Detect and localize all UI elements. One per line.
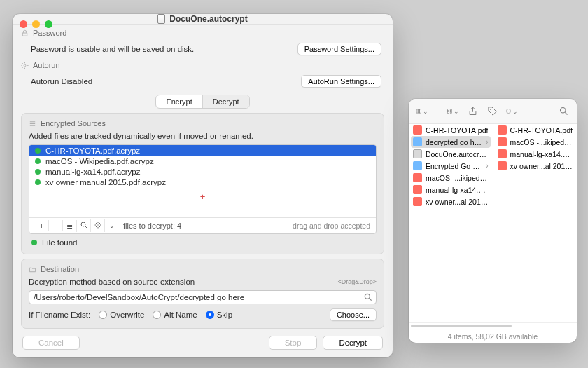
settings-menu-button[interactable] [91,219,105,232]
tab-decrypt[interactable]: Decrypt [202,95,249,108]
finder-item[interactable]: xv owner...al 2015.pdf [409,196,493,207]
pdf-icon [413,197,422,206]
lock-icon [21,29,29,37]
search-icon[interactable] [363,292,373,302]
altname-radio[interactable]: Alt Name [153,311,197,319]
gear-icon [94,221,102,229]
svg-rect-9 [448,111,449,113]
svg-point-15 [510,111,510,111]
finder-item[interactable]: manual-lg-xa14.pdf [493,148,578,160]
more-icon [505,106,512,116]
tags-button[interactable] [486,105,498,118]
finder-item[interactable]: C-HR-TOYOTA.pdf [493,124,578,136]
dropdown-button[interactable]: ⌄ [105,221,119,231]
svg-rect-7 [448,109,449,111]
finder-column-1[interactable]: C-HR-TOYOTA.pdfdecrypted go here›DocuOne… [409,124,493,322]
file-list[interactable]: C-HR-TOYOTA.pdf.acrypz macOS - Wikipedia… [29,144,377,234]
file-row[interactable]: C-HR-TOYOTA.pdf.acrypz [29,145,376,156]
svg-rect-8 [450,109,451,111]
finder-item[interactable]: macOS -...ikipedia.pdf [409,172,493,184]
status-dot-icon [31,240,37,245]
search-icon [80,221,88,229]
dnd-hint: drag and drop accepted [293,222,370,230]
finder-item[interactable]: C-HR-TOYOTA.pdf [409,124,493,136]
finder-item[interactable]: decrypted go here› [411,136,491,148]
pdf-icon [498,149,507,158]
actions-button[interactable]: ⌄ [505,105,518,118]
sources-panel: Encrypted Sources Added files are tracke… [21,113,384,254]
password-status: Password is usable and will be saved on … [31,45,194,53]
drag-drop-hint: <Drag&Drop> [337,278,377,285]
svg-point-1 [81,222,85,226]
svg-point-14 [508,111,509,111]
pdf-icon [498,137,507,146]
pdf-icon [413,173,422,182]
remove-file-button[interactable]: − [49,220,63,231]
choose-button[interactable]: Choose... [330,308,377,321]
svg-point-11 [490,109,491,110]
stop-button[interactable]: Stop [269,336,318,350]
document-icon [158,14,165,24]
tab-encrypt[interactable]: Encrypt [156,95,202,108]
overwrite-radio[interactable]: Overwrite [99,311,144,319]
mode-segmented-control[interactable]: Encrypt Decrypt [155,95,249,109]
svg-point-13 [507,111,508,111]
gear-icon [21,62,29,69]
file-row[interactable]: macOS - Wikipedia.pdf.acrypz [29,156,376,166]
close-window-button[interactable] [20,20,27,28]
finder-item[interactable]: manual-lg-xa14.pdf [409,184,493,196]
main-window: DocuOne.autocrypt Password Password is u… [13,14,393,357]
finder-window: ⌄ ⌄ ⌄ C-HR-TOYOTA.pdfdecrypted go here›D… [409,99,577,343]
svg-rect-5 [418,109,419,113]
password-settings-button[interactable]: Password Settings... [298,43,382,55]
decryption-method-label: Decryption method based on source extens… [29,278,195,286]
finder-toolbar: ⌄ ⌄ ⌄ [409,99,577,124]
status-dot-icon [35,148,41,154]
zoom-window-button[interactable] [45,20,52,28]
add-file-button[interactable]: + [35,220,49,231]
decrypt-button[interactable]: Decrypt [323,336,383,350]
folder-icon [413,137,422,146]
share-icon [468,106,478,116]
pdf-icon [498,125,507,135]
horizontal-scrollbar[interactable] [409,322,577,329]
chevron-right-icon: › [486,162,488,170]
search-files-button[interactable] [77,219,91,232]
chevron-right-icon: › [486,138,488,146]
share-button[interactable] [466,105,479,118]
sources-note: Added files are tracked dynamically even… [29,132,377,140]
svg-point-0 [24,64,26,67]
svg-point-2 [97,224,99,226]
finder-status-bar: 4 items, 58,02 GB available [409,329,577,343]
destination-path-field[interactable]: /Users/roberto/DevelSandbox/AutoCrypt/de… [29,290,377,304]
skip-radio[interactable]: Skip [206,311,232,319]
finder-search-button[interactable] [557,105,570,118]
group-button[interactable]: ⌄ [447,105,459,118]
autorun-settings-button[interactable]: AutoRun Settings... [301,75,382,88]
minimize-window-button[interactable] [32,20,40,28]
file-icon [413,149,422,158]
file-row[interactable]: xv owner manual 2015.pdf.acrypz [29,177,376,187]
file-row[interactable]: manual-lg-xa14.pdf.acrypz [29,166,376,177]
cancel-button[interactable]: Cancel [22,336,80,350]
finder-item[interactable]: Encrypted Go Here› [409,160,493,172]
titlebar: DocuOne.autocrypt [13,14,393,25]
list-menu-button[interactable]: ≣ [63,220,77,232]
autorun-status: Autorun Disabled [31,77,92,86]
search-icon [559,106,569,116]
destination-label: Destination [29,265,377,273]
file-found-label: File found [42,238,78,247]
columns-view-button[interactable]: ⌄ [416,105,428,118]
if-exist-label: If Filename Exist: [29,311,90,319]
autorun-section-label: Autorun [21,61,384,69]
finder-item[interactable]: DocuOne.autocrypt [409,148,493,160]
svg-point-16 [560,108,566,114]
finder-item[interactable]: macOS -...ikipedia.pdf [493,136,578,148]
status-dot-icon [35,158,41,164]
svg-rect-4 [416,109,418,113]
finder-column-2[interactable]: C-HR-TOYOTA.pdfmacOS -...ikipedia.pdfman… [493,124,578,322]
pdf-icon [413,125,422,135]
finder-item[interactable]: xv owner...al 2015.pdf [493,160,578,172]
tag-icon [487,106,498,116]
list-icon [29,120,36,128]
